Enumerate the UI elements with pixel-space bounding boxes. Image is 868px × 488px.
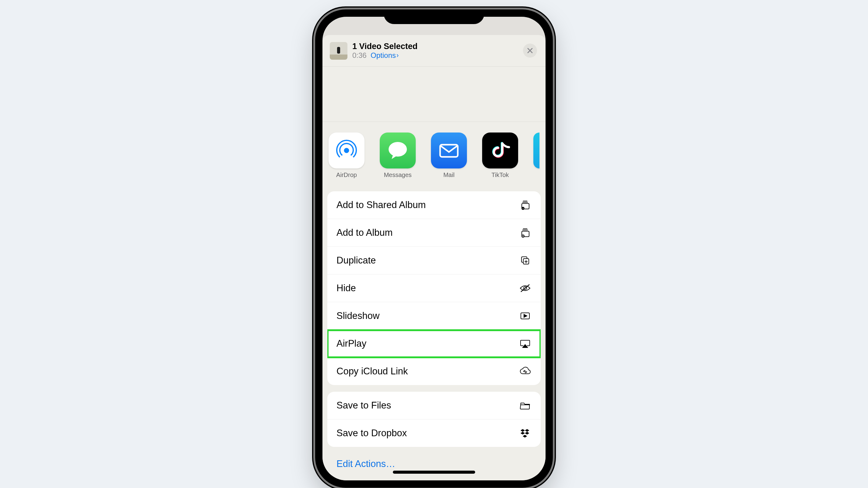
share-app-mail[interactable]: Mail (431, 132, 467, 178)
shared-album-icon (519, 199, 531, 212)
svg-point-0 (344, 148, 349, 153)
action-duplicate[interactable]: Duplicate (327, 247, 541, 274)
header-text: 1 Video Selected 0:36 Options› (352, 42, 417, 60)
svg-point-5 (522, 207, 523, 208)
phone-frame: 1 Video Selected 0:36 Options› (315, 9, 553, 488)
airdrop-icon (329, 132, 365, 168)
content-thumbnail (330, 42, 347, 60)
action-label: Add to Album (337, 227, 393, 238)
contacts-row-empty (322, 67, 546, 122)
action-copy-icloud-link[interactable]: Copy iCloud Link (327, 358, 541, 385)
action-airplay[interactable]: AirPlay (327, 330, 541, 358)
share-sheet: 1 Video Selected 0:36 Options› (322, 35, 546, 480)
share-app-label: Messages (384, 171, 411, 178)
icloud-link-icon (519, 365, 531, 378)
action-hide[interactable]: Hide (327, 274, 541, 302)
header-title: 1 Video Selected (352, 42, 417, 51)
folder-icon (519, 399, 531, 412)
action-label: Save to Dropbox (337, 428, 407, 438)
action-label: Hide (337, 283, 356, 294)
phone-notch (384, 9, 484, 24)
hide-icon (519, 282, 531, 295)
mail-icon (431, 132, 467, 168)
action-label: AirPlay (337, 338, 366, 349)
share-app-tiktok[interactable]: TikTok (482, 132, 518, 178)
options-link[interactable]: Options (371, 51, 396, 59)
svg-point-1 (389, 142, 407, 157)
action-add-shared-album[interactable]: Add to Shared Album (327, 191, 541, 219)
action-slideshow[interactable]: Slideshow (327, 302, 541, 330)
share-sheet-header: 1 Video Selected 0:36 Options› (322, 35, 546, 67)
header-subtitle: 0:36 Options› (352, 51, 417, 60)
messages-icon (380, 132, 416, 168)
action-save-to-files[interactable]: Save to Files (327, 392, 541, 419)
share-app-airdrop[interactable]: AirDrop (329, 132, 365, 178)
tiktok-icon (482, 132, 518, 168)
share-app-label: TikTok (491, 171, 509, 178)
chevron-right-icon: › (397, 52, 399, 59)
actions-card-1: Add to Shared Album Add t (327, 191, 541, 385)
close-button[interactable] (523, 43, 537, 58)
share-apps-row[interactable]: AirDrop Messages (322, 122, 546, 185)
home-indicator[interactable] (393, 470, 475, 474)
share-app-label: Mail (443, 171, 455, 178)
action-label: Duplicate (337, 255, 376, 266)
action-label: Copy iCloud Link (337, 366, 408, 377)
phone-screen: 1 Video Selected 0:36 Options› (322, 17, 546, 480)
duplicate-icon (519, 254, 531, 267)
actions-card-2: Save to Files Save to Dropbox (327, 392, 541, 447)
action-label: Add to Shared Album (337, 199, 426, 210)
slideshow-icon (519, 310, 531, 322)
album-icon (519, 226, 531, 239)
header-duration: 0:36 (352, 51, 367, 59)
airplay-icon (519, 337, 531, 350)
share-app-label: AirDrop (336, 171, 357, 178)
action-save-to-dropbox[interactable]: Save to Dropbox (327, 419, 541, 447)
dropbox-icon (519, 427, 531, 440)
share-actions: Add to Shared Album Add t (322, 185, 546, 473)
action-label: Slideshow (337, 311, 379, 321)
share-app-more-peek[interactable] (533, 132, 539, 168)
action-label: Save to Files (337, 400, 391, 411)
close-icon (527, 47, 533, 54)
share-app-messages[interactable]: Messages (380, 132, 416, 178)
action-add-album[interactable]: Add to Album (327, 219, 541, 247)
edit-actions-link[interactable]: Edit Actions… (327, 454, 541, 469)
